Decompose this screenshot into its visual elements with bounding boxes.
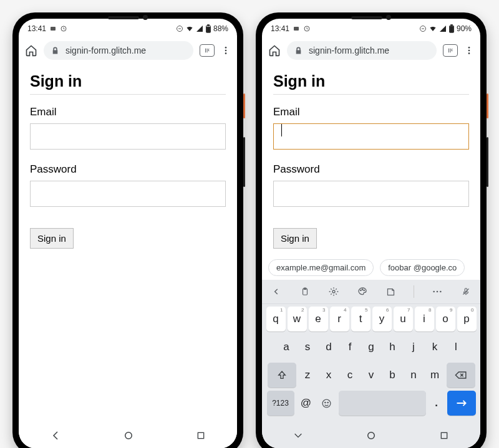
letter-key[interactable]: r4 bbox=[330, 307, 349, 331]
letter-key[interactable]: z bbox=[298, 363, 317, 388]
signal-icon bbox=[439, 25, 447, 32]
letter-key[interactable]: f bbox=[341, 335, 360, 360]
letter-key[interactable]: u7 bbox=[394, 307, 413, 331]
svg-point-31 bbox=[322, 399, 331, 407]
url-text: signin-form.glitch.me bbox=[65, 45, 146, 55]
mic-icon[interactable] bbox=[460, 286, 472, 297]
nav-recent-icon[interactable] bbox=[439, 431, 449, 441]
nav-recent-icon[interactable] bbox=[196, 431, 206, 441]
letter-key[interactable]: b bbox=[383, 363, 402, 388]
letter-key[interactable]: w2 bbox=[288, 307, 307, 331]
letter-key[interactable]: a bbox=[277, 335, 296, 360]
sticker-icon[interactable] bbox=[385, 286, 396, 297]
letter-key[interactable]: j bbox=[404, 335, 424, 360]
letter-key[interactable]: q1 bbox=[266, 307, 286, 331]
letter-key[interactable]: l bbox=[447, 335, 466, 360]
status-bar: 13:41 90% bbox=[262, 19, 480, 37]
url-pill[interactable]: signin-form.glitch.me bbox=[44, 41, 193, 60]
letter-key[interactable]: g bbox=[362, 335, 381, 360]
emoji-key[interactable] bbox=[318, 391, 336, 416]
reader-mode-icon[interactable] bbox=[443, 44, 458, 57]
home-icon[interactable] bbox=[25, 44, 37, 57]
svg-point-19 bbox=[468, 52, 470, 54]
letter-key[interactable]: c bbox=[341, 363, 360, 388]
svg-point-24 bbox=[362, 289, 362, 290]
letter-key[interactable]: k bbox=[425, 335, 445, 360]
svg-point-26 bbox=[434, 291, 435, 293]
letter-key[interactable]: n bbox=[404, 363, 424, 388]
kb-collapse-icon[interactable] bbox=[271, 286, 282, 297]
page-content: Sign in Email Password Sign in bbox=[19, 64, 237, 422]
letter-key[interactable]: t5 bbox=[351, 307, 371, 331]
letter-key[interactable]: y6 bbox=[372, 307, 392, 331]
email-field[interactable] bbox=[273, 123, 469, 150]
email-field[interactable] bbox=[30, 123, 226, 150]
nav-back-icon[interactable] bbox=[50, 430, 61, 441]
svg-point-33 bbox=[327, 402, 328, 403]
letter-key[interactable]: o9 bbox=[436, 307, 455, 331]
reader-mode-icon[interactable] bbox=[200, 44, 215, 57]
phone-left: 13:41 88% signin-form.glitch.me bbox=[12, 12, 243, 448]
svg-point-34 bbox=[368, 432, 375, 439]
letter-key[interactable]: d bbox=[319, 335, 339, 360]
shift-key[interactable] bbox=[268, 363, 296, 388]
menu-icon[interactable] bbox=[221, 45, 231, 55]
text-caret bbox=[281, 124, 282, 136]
keyboard-keys: q1w2e3r4t5y6u7i8o9p0 asdfghjkl zxcvbnm ?… bbox=[262, 304, 480, 422]
letter-key[interactable]: i8 bbox=[415, 307, 434, 331]
battery-pct: 88% bbox=[213, 24, 228, 33]
period-key[interactable]: . bbox=[429, 391, 444, 416]
enter-key[interactable] bbox=[447, 391, 476, 416]
email-label: Email bbox=[273, 106, 469, 118]
url-pill[interactable]: signin-form.glitch.me bbox=[287, 41, 437, 60]
letter-key[interactable]: s bbox=[298, 335, 317, 360]
letter-key[interactable]: p0 bbox=[457, 307, 477, 331]
autofill-suggestion-row: example.me@gmail.com foobar @google.co bbox=[262, 255, 480, 280]
svg-point-7 bbox=[225, 50, 227, 52]
letter-key[interactable]: m bbox=[425, 363, 445, 388]
more-icon[interactable] bbox=[432, 286, 443, 297]
phone-notch bbox=[351, 15, 391, 20]
menu-icon[interactable] bbox=[464, 45, 474, 55]
svg-point-32 bbox=[325, 402, 326, 403]
wifi-icon bbox=[429, 25, 437, 32]
signin-button[interactable]: Sign in bbox=[273, 228, 317, 249]
battery-icon bbox=[448, 24, 455, 33]
at-key[interactable]: @ bbox=[298, 391, 315, 416]
svg-point-28 bbox=[440, 291, 442, 293]
wifi-icon bbox=[185, 25, 194, 32]
letter-key[interactable]: e3 bbox=[309, 307, 328, 331]
autofill-suggestion[interactable]: example.me@gmail.com bbox=[268, 259, 374, 276]
browser-url-bar: signin-form.glitch.me bbox=[262, 37, 480, 64]
home-icon[interactable] bbox=[268, 44, 281, 57]
letter-key[interactable]: h bbox=[383, 335, 402, 360]
title-divider bbox=[30, 94, 226, 95]
svg-rect-15 bbox=[451, 25, 453, 26]
spacebar-key[interactable] bbox=[339, 391, 426, 416]
letter-key[interactable]: v bbox=[362, 363, 381, 388]
nav-back-icon[interactable] bbox=[293, 431, 303, 441]
backspace-key[interactable] bbox=[447, 363, 475, 388]
sync-icon bbox=[303, 25, 311, 32]
android-nav-bar bbox=[262, 422, 480, 448]
svg-point-6 bbox=[225, 47, 227, 49]
password-field[interactable] bbox=[30, 181, 226, 207]
clipboard-icon[interactable] bbox=[299, 286, 311, 297]
lock-icon bbox=[51, 47, 59, 55]
svg-rect-10 bbox=[198, 432, 204, 438]
signin-button[interactable]: Sign in bbox=[30, 228, 74, 249]
nav-home-icon[interactable] bbox=[366, 430, 377, 441]
svg-rect-0 bbox=[51, 27, 56, 31]
screen-left: 13:41 88% signin-form.glitch.me bbox=[19, 19, 237, 448]
nav-home-icon[interactable] bbox=[123, 430, 134, 441]
dnd-icon bbox=[176, 25, 183, 32]
autofill-suggestion[interactable]: foobar @google.co bbox=[380, 259, 465, 276]
toolbar-separator bbox=[414, 285, 414, 298]
password-field[interactable] bbox=[273, 181, 469, 207]
settings-icon[interactable] bbox=[328, 286, 339, 297]
letter-key[interactable]: x bbox=[319, 363, 339, 388]
numeric-key[interactable]: ?123 bbox=[267, 391, 294, 416]
svg-rect-11 bbox=[294, 27, 299, 31]
theme-icon[interactable] bbox=[357, 286, 368, 297]
password-label: Password bbox=[30, 163, 226, 176]
